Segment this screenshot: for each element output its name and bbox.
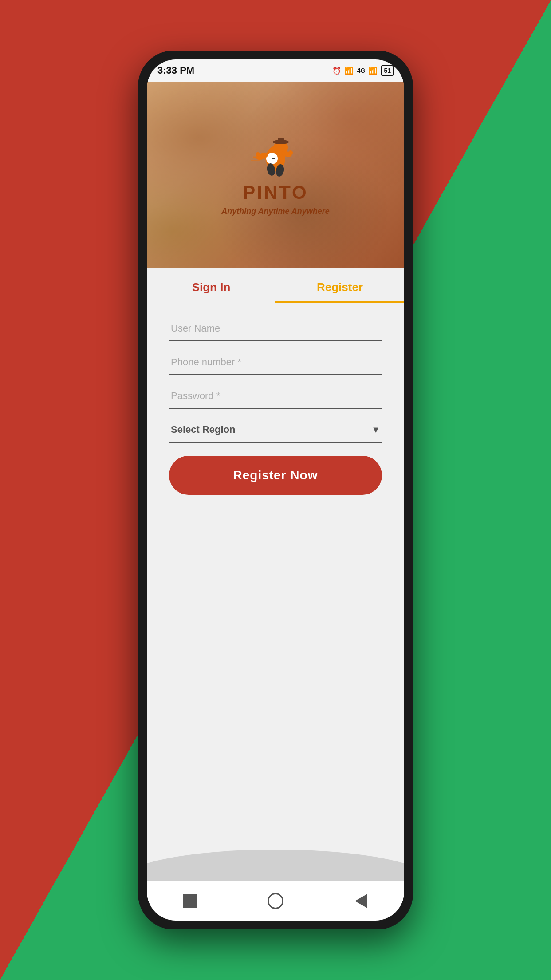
svg-point-9 bbox=[256, 152, 260, 157]
username-field bbox=[169, 316, 382, 341]
hero-banner: PINTO Anything Anytime Anywhere bbox=[147, 82, 404, 268]
svg-rect-3 bbox=[278, 138, 284, 143]
tab-register[interactable]: Register bbox=[276, 268, 404, 303]
signal-icon: 📶 bbox=[345, 67, 354, 75]
wifi-icon: 📶 bbox=[369, 67, 378, 75]
chevron-down-icon: ▼ bbox=[371, 425, 380, 435]
alarm-icon: ⏰ bbox=[332, 67, 341, 75]
tabs-container: Sign In Register bbox=[147, 268, 404, 303]
tab-signin[interactable]: Sign In bbox=[147, 268, 276, 303]
phone-screen: 3:33 PM ⏰ 📶 4G 📶 51 bbox=[147, 59, 404, 921]
main-content: Sign In Register bbox=[147, 268, 404, 881]
status-time: 3:33 PM bbox=[157, 65, 194, 76]
password-field bbox=[169, 384, 382, 409]
register-now-button[interactable]: Register Now bbox=[169, 456, 382, 495]
phone-field bbox=[169, 350, 382, 375]
status-icons: ⏰ 📶 4G 📶 51 bbox=[332, 65, 394, 76]
app-name: PINTO bbox=[243, 182, 308, 203]
register-form: Select Region ▼ Register Now bbox=[147, 303, 404, 845]
password-input[interactable] bbox=[169, 384, 382, 409]
hero-content: PINTO Anything Anytime Anywhere bbox=[221, 134, 330, 216]
nav-home-button[interactable] bbox=[264, 890, 287, 912]
svg-point-10 bbox=[288, 150, 293, 155]
region-select[interactable]: Select Region ▼ bbox=[169, 418, 382, 443]
status-bar: 3:33 PM ⏰ 📶 4G 📶 51 bbox=[147, 59, 404, 82]
bottom-nav bbox=[147, 881, 404, 921]
username-input[interactable] bbox=[169, 316, 382, 341]
4g-icon: 4G bbox=[357, 67, 366, 74]
phone-input[interactable] bbox=[169, 350, 382, 375]
nav-square-button[interactable] bbox=[179, 890, 201, 912]
square-icon bbox=[183, 894, 197, 908]
phone-device: 3:33 PM ⏰ 📶 4G 📶 51 bbox=[138, 51, 413, 929]
nav-back-button[interactable] bbox=[350, 890, 372, 912]
app-tagline: Anything Anytime Anywhere bbox=[221, 207, 330, 216]
app-logo-icon bbox=[249, 134, 302, 178]
battery-icon: 51 bbox=[381, 65, 394, 76]
wave-decoration bbox=[147, 845, 404, 881]
back-icon bbox=[355, 894, 367, 908]
region-select-label: Select Region bbox=[171, 424, 235, 435]
circle-icon bbox=[268, 893, 283, 909]
